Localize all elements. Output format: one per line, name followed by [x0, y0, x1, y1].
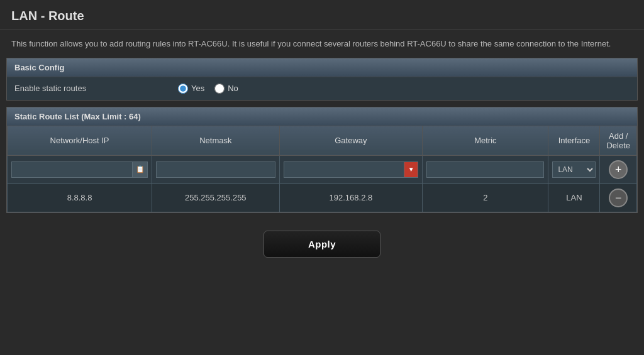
no-radio-option[interactable]: No	[214, 84, 238, 94]
add-delete-label-line2: Delete	[606, 141, 630, 150]
no-radio[interactable]	[214, 84, 225, 94]
add-delete-label-line1: Add /	[609, 131, 628, 141]
metric-input-cell	[423, 155, 548, 183]
table-row: 8.8.8.8 255.255.255.255 192.168.2.8 2 LA…	[8, 183, 637, 212]
yes-radio-option[interactable]: Yes	[178, 84, 204, 94]
yes-label: Yes	[191, 84, 204, 93]
gateway-input[interactable]	[284, 161, 405, 178]
netmask-input[interactable]	[156, 161, 275, 178]
row-gateway: 192.168.2.8	[279, 183, 423, 212]
delete-button-cell: −	[600, 183, 637, 212]
no-label: No	[228, 84, 238, 93]
netmask-input-cell	[152, 155, 279, 183]
gateway-dropdown-button[interactable]: ▼	[404, 161, 418, 178]
gateway-input-cell: ▼	[279, 155, 423, 183]
network-input-cell: 📋	[8, 155, 152, 183]
apply-section: Apply	[0, 219, 644, 266]
delete-route-button[interactable]: −	[609, 188, 628, 207]
col-interface: Interface	[548, 126, 600, 155]
gateway-input-wrapper: ▼	[284, 161, 419, 178]
basic-config-section: Basic Config Enable static routes Yes No	[6, 58, 638, 101]
enable-static-routes-label: Enable static routes	[14, 84, 178, 93]
page-container: LAN - Route This function allows you to …	[0, 0, 644, 355]
col-gateway: Gateway	[279, 126, 423, 155]
route-list-header: Static Route List (Max Limit : 64)	[7, 107, 637, 126]
page-header: LAN - Route	[0, 0, 644, 30]
col-netmask: Netmask	[152, 126, 279, 155]
col-add-delete: Add / Delete	[600, 126, 637, 155]
route-table: Network/Host IP Netmask Gateway Metric I…	[7, 126, 637, 212]
route-list-section: Static Route List (Max Limit : 64) Netwo…	[6, 107, 638, 213]
col-metric: Metric	[423, 126, 548, 155]
add-route-button[interactable]: +	[609, 160, 628, 179]
network-host-ip-input[interactable]	[11, 161, 133, 178]
add-button-cell: +	[600, 155, 637, 183]
metric-input[interactable]	[426, 161, 544, 178]
interface-input-cell: LAN WAN	[548, 155, 600, 183]
row-interface: LAN	[548, 183, 600, 212]
table-header-row: Network/Host IP Netmask Gateway Metric I…	[8, 126, 637, 155]
apply-button[interactable]: Apply	[264, 231, 380, 258]
address-book-button[interactable]: 📋	[133, 161, 148, 178]
col-network-host-ip: Network/Host IP	[8, 126, 152, 155]
page-title: LAN - Route	[11, 9, 84, 23]
network-input-wrapper: 📋	[11, 161, 148, 178]
page-description: This function allows you to add routing …	[0, 30, 644, 58]
row-metric: 2	[423, 183, 548, 212]
input-row: 📋 ▼	[8, 155, 637, 183]
row-netmask: 255.255.255.255	[152, 183, 279, 212]
yes-radio[interactable]	[178, 84, 188, 94]
enable-static-routes-row: Enable static routes Yes No	[7, 77, 637, 100]
row-network-ip: 8.8.8.8	[8, 183, 152, 212]
static-routes-radio-group: Yes No	[178, 84, 238, 94]
interface-select[interactable]: LAN WAN	[552, 161, 596, 178]
basic-config-header: Basic Config	[7, 58, 637, 77]
